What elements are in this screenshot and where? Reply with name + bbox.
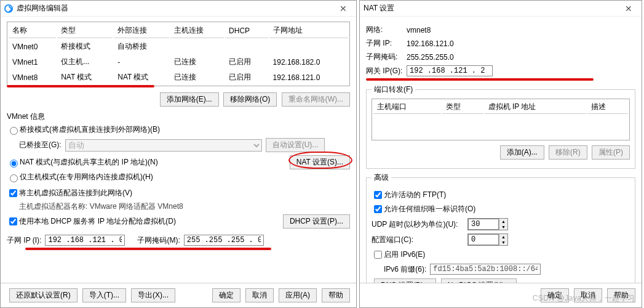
udp-timeout-stepper[interactable]: ▲▼ — [467, 218, 508, 230]
subnet-mask-label: 子网掩码(M): — [137, 235, 180, 246]
close-icon[interactable]: ✕ — [334, 4, 352, 14]
subnet-ip-label: 子网 IP (I): — [7, 235, 41, 246]
pf-add-button[interactable]: 添加(A)... — [500, 145, 544, 160]
annotation-underline — [366, 78, 594, 81]
col-subnet: 子网地址 — [269, 23, 348, 38]
bridge-radio[interactable] — [10, 127, 18, 135]
ok-button[interactable]: 确定 — [212, 288, 241, 302]
mask-value: 255.255.255.0 — [407, 53, 454, 62]
apply-button[interactable]: 应用(A) — [279, 288, 317, 302]
port-forward-legend: 端口转发(F) — [372, 84, 415, 95]
virtual-network-editor-window: 虚拟网络编辑器 ✕ 名称 类型 外部连接 主机连接 DHCP 子网地址 VMne… — [0, 0, 357, 308]
app-icon — [4, 4, 13, 13]
help-button[interactable]: 帮助 — [322, 288, 350, 302]
port-forward-group: 端口转发(F) 主机端口 类型 虚拟机 IP 地址 描述 添加(A)... 移除… — [366, 84, 635, 169]
allow-oui-label: 允许任何组织唯一标识符(O) — [384, 204, 475, 214]
subnet-ip-label: 子网 IP: — [366, 38, 403, 49]
connect-host-checkbox[interactable] — [9, 189, 17, 197]
gateway-label: 网关 IP(G): — [366, 66, 403, 76]
config-port-stepper[interactable]: ▲▼ — [467, 233, 508, 246]
help-button[interactable]: 帮助 — [607, 288, 635, 302]
dhcp-settings-button[interactable]: DHCP 设置(P)... — [283, 214, 350, 229]
add-network-button[interactable]: 添加网络(E)... — [160, 92, 219, 107]
import-button[interactable]: 导入(T)... — [82, 288, 126, 302]
bridge-radio-label: 桥接模式(将虚拟机直接连接到外部网络)(B) — [20, 124, 160, 135]
dialog-buttons: 还原默认设置(R) 导入(T)... 导出(X)... 确定 取消 应用(A) … — [1, 283, 356, 307]
allow-ftp-label: 允许活动的 FTP(T) — [384, 190, 446, 200]
use-dhcp-checkbox[interactable] — [9, 217, 17, 225]
port-forward-table[interactable]: 主机端口 类型 虚拟机 IP 地址 描述 — [372, 99, 630, 140]
nat-settings-window: NAT 设置 ✕ 网络:vmnet8 子网 IP:192.168.121.0 子… — [359, 0, 642, 308]
nat-radio-label: NAT 模式(与虚拟机共享主机的 IP 地址)(N) — [20, 157, 158, 168]
hostonly-radio-label: 仅主机模式(在专用网络内连接虚拟机)(H) — [20, 172, 153, 182]
pf-remove-button: 移除(R) — [549, 145, 587, 160]
netbios-settings-button[interactable]: NetBIOS 设置(N)... — [441, 278, 517, 283]
allow-oui-checkbox[interactable] — [374, 205, 382, 213]
col-ext: 外部连接 — [114, 23, 169, 38]
enable-ipv6-checkbox[interactable] — [374, 251, 382, 259]
vmnet-table[interactable]: 名称 类型 外部连接 主机连接 DHCP 子网地址 VMnet0桥接模式自动桥接… — [7, 22, 350, 86]
adapter-name-label: 主机虚拟适配器名称: VMware 网络适配器 VMnet8 — [19, 201, 350, 212]
vmnet-info-title: VMnet 信息 — [7, 111, 350, 122]
restore-defaults-button[interactable]: 还原默认设置(R) — [9, 288, 78, 302]
rename-network-button: 重命名网络(W)... — [282, 92, 350, 107]
nat-radio[interactable] — [10, 160, 18, 168]
annotation-underline — [7, 85, 154, 87]
auto-set-button: 自动设置(U)... — [266, 138, 325, 152]
udp-timeout-label: UDP 超时(以秒为单位)(U): — [372, 219, 464, 230]
cancel-button[interactable]: 取消 — [574, 288, 602, 302]
cancel-button[interactable]: 取消 — [245, 288, 274, 302]
subnet-ip-input[interactable] — [45, 235, 125, 246]
bridged-to-label: 已桥接至(G): — [19, 140, 62, 150]
subnet-mask-input[interactable] — [184, 235, 264, 246]
table-row[interactable]: VMnet1仅主机...-已连接已启用192.168.182.0 — [9, 55, 348, 69]
col-dhcp: DHCP — [225, 23, 268, 38]
export-button[interactable]: 导出(X)... — [131, 288, 175, 302]
gateway-input[interactable] — [407, 65, 493, 76]
col-name: 名称 — [9, 23, 56, 38]
col-host: 主机连接 — [170, 23, 224, 38]
col-type: 类型 — [57, 23, 113, 38]
connect-host-label: 将主机虚拟适配器连接到此网络(V) — [19, 188, 132, 198]
close-icon[interactable]: ✕ — [619, 4, 638, 14]
allow-ftp-checkbox[interactable] — [374, 191, 382, 199]
advanced-legend: 高级 — [372, 172, 391, 183]
dns-settings-button[interactable]: DNS 设置(D)... — [374, 278, 436, 283]
remove-network-button[interactable]: 移除网络(O) — [223, 92, 277, 107]
config-port-label: 配置端口(C): — [372, 235, 464, 245]
window-title: 虚拟网络编辑器 — [17, 3, 334, 14]
table-row[interactable]: VMnet0桥接模式自动桥接 — [9, 39, 348, 54]
use-dhcp-label: 使用本地 DHCP 服务将 IP 地址分配给虚拟机(D) — [19, 216, 176, 227]
hostonly-radio[interactable] — [10, 174, 18, 182]
mask-label: 子网掩码: — [366, 52, 403, 62]
nat-settings-button[interactable]: NAT 设置(S)... — [290, 155, 350, 169]
enable-ipv6-label: 启用 IPv6(E) — [384, 249, 425, 260]
annotation-underline — [25, 248, 271, 250]
table-row[interactable]: VMnet8NAT 模式NAT 模式已连接已启用192.168.121.0 — [9, 70, 348, 84]
ipv6-prefix-input — [430, 264, 541, 275]
titlebar: NAT 设置 ✕ — [360, 1, 642, 17]
network-value: vmnet8 — [407, 26, 431, 34]
bridged-to-select: 自动 — [65, 139, 262, 152]
window-title: NAT 设置 — [364, 3, 619, 14]
dialog-buttons: 确定 取消 帮助 CSDN @Java大师，一起学习 — [360, 283, 642, 307]
titlebar: 虚拟网络编辑器 ✕ — [1, 1, 356, 17]
pf-properties-button: 属性(P) — [592, 145, 630, 160]
subnet-ip-value: 192.168.121.0 — [407, 39, 454, 48]
ipv6-prefix-label: IPv6 前缀(6): — [384, 264, 426, 275]
ok-button[interactable]: 确定 — [541, 288, 569, 302]
advanced-group: 高级 允许活动的 FTP(T) 允许任何组织唯一标识符(O) UDP 超时(以秒… — [366, 172, 635, 283]
network-label: 网络: — [366, 25, 403, 35]
